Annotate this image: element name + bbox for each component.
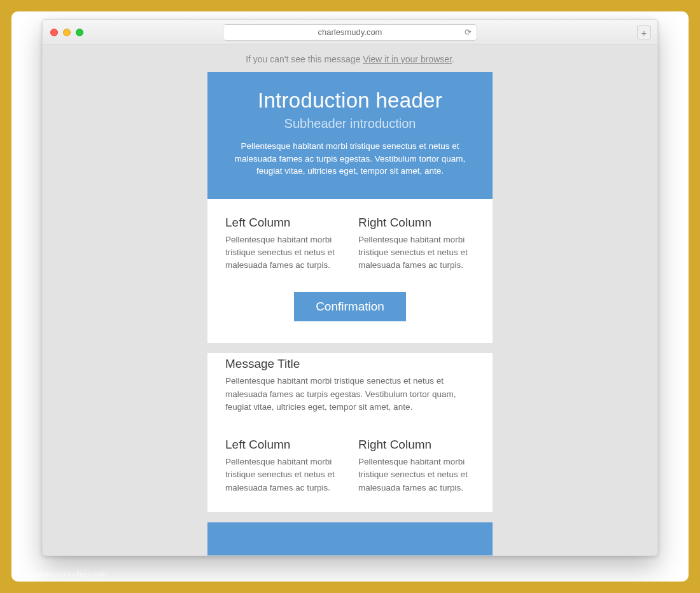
browser-window: charlesmudy.com ⟳ + If you can't see thi… (42, 19, 658, 556)
email-body: Introduction header Subheader introducti… (207, 72, 493, 555)
minimize-icon[interactable] (63, 29, 71, 36)
hero-section: Introduction header Subheader introducti… (207, 72, 493, 199)
message-title: Message Title (225, 357, 475, 371)
left-column-2: Left Column Pellentesque habitant morbi … (225, 438, 342, 494)
column-title: Left Column (225, 438, 342, 452)
browser-viewport: If you can't see this message View it in… (43, 45, 657, 555)
column-body: Pellentesque habitant morbi tristique se… (225, 456, 342, 494)
section-gap (207, 512, 493, 522)
reload-icon[interactable]: ⟳ (465, 27, 472, 37)
footer-hero (207, 522, 493, 555)
page-canvas: charlesmudy.com ⟳ + If you can't see thi… (11, 11, 689, 582)
cta-section: Confirmation (207, 278, 493, 343)
view-in-browser-link[interactable]: View it in your browser (363, 54, 452, 64)
left-column-1: Left Column Pellentesque habitant morbi … (225, 216, 342, 272)
right-column-1: Right Column Pellentesque habitant morbi… (358, 216, 475, 272)
two-column-section-2: Left Column Pellentesque habitant morbi … (207, 431, 493, 512)
column-title: Left Column (225, 216, 342, 230)
two-column-section-1: Left Column Pellentesque habitant morbi … (207, 199, 493, 279)
column-title: Right Column (358, 438, 475, 452)
column-body: Pellentesque habitant morbi tristique se… (225, 234, 342, 272)
column-body: Pellentesque habitant morbi tristique se… (358, 456, 475, 494)
window-controls (50, 29, 83, 36)
hero-body: Pellentesque habitant morbi tristique se… (225, 140, 475, 178)
confirmation-button[interactable]: Confirmation (294, 292, 406, 321)
hero-title: Introduction header (225, 88, 475, 113)
new-tab-button[interactable]: + (637, 25, 651, 39)
address-url: charlesmudy.com (318, 27, 382, 37)
section-gap (207, 343, 493, 353)
preheader-suffix: . (452, 54, 454, 64)
message-body: Pellentesque habitant morbi tristique se… (225, 375, 475, 414)
address-bar[interactable]: charlesmudy.com ⟳ (223, 24, 477, 41)
browser-titlebar: charlesmudy.com ⟳ + (43, 20, 657, 45)
right-column-2: Right Column Pellentesque habitant morbi… (358, 438, 475, 494)
hero-subtitle: Subheader introduction (225, 116, 475, 131)
column-body: Pellentesque habitant morbi tristique se… (358, 234, 475, 272)
preheader: If you can't see this message View it in… (43, 45, 657, 72)
zoom-icon[interactable] (76, 29, 83, 36)
message-section: Message Title Pellentesque habitant morb… (207, 353, 493, 431)
column-title: Right Column (358, 216, 475, 230)
page-watermark: heritagechristiancollege.com (18, 570, 106, 578)
preheader-prefix: If you can't see this message (246, 54, 363, 64)
close-icon[interactable] (50, 29, 58, 36)
